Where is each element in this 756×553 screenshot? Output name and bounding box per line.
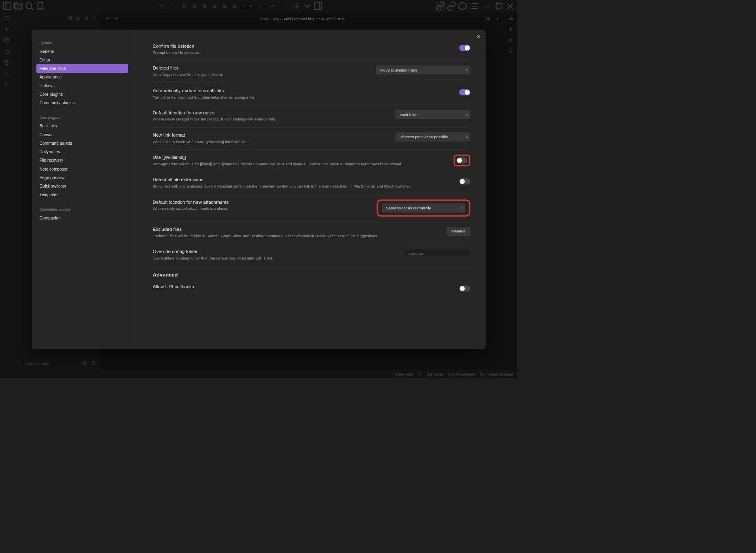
dropdown-link-format[interactable]: Shortest path when possible [396,133,470,141]
nav-backlinks[interactable]: Backlinks [36,122,128,130]
manage-button[interactable]: Manage [447,227,470,236]
setting-title: Confirm file deletion [152,43,452,49]
setting-desc: Where newly created notes are placed. Pl… [152,117,389,122]
nav-general[interactable]: General [36,47,128,55]
highlight-box [453,155,470,167]
setting-desc: Excluded files will be hidden in Search,… [152,233,440,239]
setting-desc: Prompt before file deletion. [152,50,452,55]
settings-nav: Options General Editor Files and links A… [32,30,133,349]
nav-core-plugins[interactable]: Core plugins [36,90,128,98]
dropdown-deleted-files[interactable]: Move to system trash [376,65,470,74]
toggle-detect-extensions[interactable] [459,178,470,184]
nav-companion[interactable]: Companion [36,213,128,222]
nav-command-palette[interactable]: Command palette [36,139,128,147]
nav-note-composer[interactable]: Note composer [36,165,128,173]
dropdown-attachment-location[interactable]: Same folder as current file [382,203,465,212]
setting-title: Automatically update internal links [152,88,452,93]
dropdown-default-location[interactable]: Vault folder [396,110,470,119]
setting-title: Allow URI callbacks [152,284,452,290]
setting-title: New link format [152,133,389,138]
modal-close-icon[interactable]: ✕ [476,33,481,40]
nav-quick-switcher[interactable]: Quick switcher [36,182,128,190]
setting-desc: What links to insert when auto-generatin… [152,139,389,144]
setting-desc: Use a different config folder than the d… [152,255,397,261]
setting-title: Deleted files [152,65,369,71]
nav-section: Options [36,38,128,47]
nav-appearance[interactable]: Appearance [36,73,128,81]
nav-section: Core plugins [36,113,128,122]
toggle-auto-update-links[interactable] [459,89,470,95]
setting-title: Default location for new attachments [152,199,370,205]
highlight-box: Same folder as current file [377,199,470,216]
nav-templates[interactable]: Templates [36,190,128,198]
nav-community-plugins[interactable]: Community plugins [36,98,128,107]
nav-section: Community plugins [36,205,128,213]
setting-desc: Show files with any extension even if Ob… [152,184,452,189]
toggle-wikilinks[interactable] [456,158,467,164]
settings-modal: ✕ Options General Editor Files and links… [32,30,485,349]
setting-desc: Where newly added attachments are placed… [152,206,370,211]
toggle-confirm-deletion[interactable] [459,45,470,51]
setting-desc: What happens to a file after you delete … [152,72,369,78]
setting-title: Detect all file extensions [152,177,452,183]
setting-title: Use [[Wikilinks]] [152,155,447,160]
config-folder-input[interactable] [404,249,470,258]
nav-hotkeys[interactable]: Hotkeys [36,81,128,90]
nav-file-recovery[interactable]: File recovery [36,156,128,165]
setting-desc: Auto-generate Wikilinks for [[links]] an… [152,161,447,167]
nav-files-links[interactable]: Files and links [36,64,128,72]
setting-title: Default location for new notes [152,110,389,116]
nav-canvas[interactable]: Canvas [36,130,128,139]
toggle-uri-callbacks[interactable] [459,285,470,291]
modal-overlay: ✕ Options General Editor Files and links… [0,0,517,378]
settings-content: Confirm file deletionPrompt before file … [133,30,485,349]
nav-editor[interactable]: Editor [36,55,128,64]
setting-title: Excluded files [152,227,440,232]
nav-page-preview[interactable]: Page preview [36,173,128,182]
setting-title: Override config folder [152,249,397,255]
section-heading: Advanced [152,272,470,278]
setting-desc: Turn off to be prompted to update links … [152,95,452,100]
nav-daily-notes[interactable]: Daily notes [36,147,128,156]
